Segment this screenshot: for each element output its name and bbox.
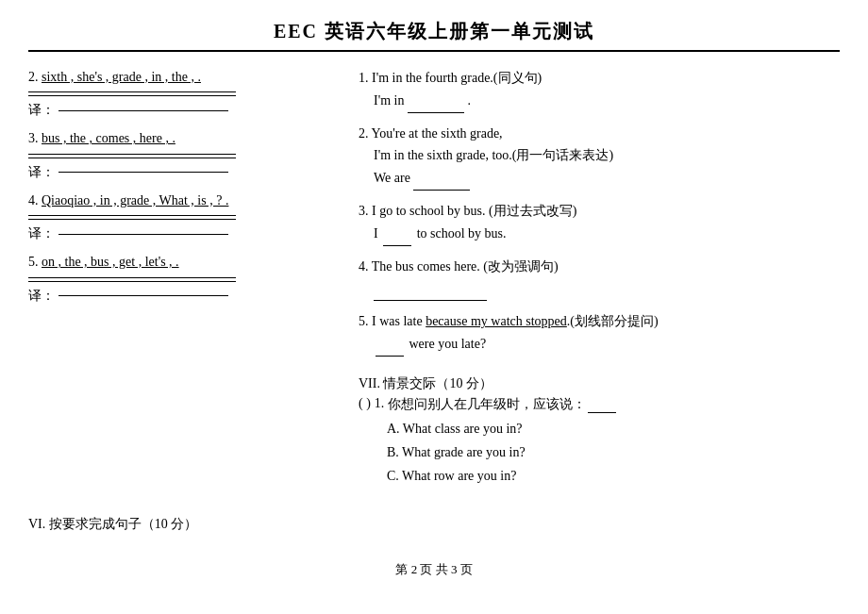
- right-item-sub: [359, 277, 840, 301]
- right-list-item: 2. You're at the sixth grade, I'm in the…: [359, 123, 840, 191]
- translate-row-1: 译：: [28, 102, 330, 119]
- blank-field: [413, 167, 470, 191]
- translate-label: 译：: [28, 164, 55, 181]
- list-item: 4. Qiaoqiao , in , grade , What , is , ?…: [28, 191, 330, 211]
- item-suffix: .(划线部分提问): [567, 314, 659, 328]
- answer-line-2b: [28, 158, 236, 158]
- translate-label: 译：: [28, 225, 55, 242]
- answer-line-3a: [28, 215, 236, 216]
- item-number: 2.: [359, 126, 371, 141]
- option-c: C. What row are you in?: [359, 464, 840, 488]
- blank-field: [376, 333, 404, 357]
- answer-line-2a: [28, 154, 236, 155]
- vii-title: VII. 情景交际（10 分）: [359, 375, 840, 392]
- item-text: I was late: [372, 314, 426, 328]
- answer-line-3b: [28, 219, 236, 220]
- right-item-sub1: I'm in the sixth grade, too.(用一句话来表达): [359, 144, 840, 167]
- translate-row-3: 译：: [28, 225, 330, 242]
- translate-line: [58, 172, 228, 173]
- item-number: 5.: [28, 255, 39, 269]
- left-column: 2. sixth , she's , grade , in , the , . …: [28, 67, 330, 488]
- list-item: 3. bus , the , comes , here , .: [28, 128, 330, 149]
- blank-field: [588, 397, 616, 413]
- footer-text: 第 2 页 共 3 页: [395, 562, 472, 576]
- right-item-sub: were you late?: [359, 333, 840, 357]
- item-text: The bus comes here. (改为强调句): [372, 259, 559, 274]
- item-number: 1.: [375, 396, 385, 411]
- item-text: I go to school by bus. (用过去式改写): [372, 204, 576, 218]
- title-divider: [28, 50, 840, 52]
- list-item: 5. on , the , bus , get , let's , .: [28, 252, 330, 273]
- main-content: 2. sixth , she's , grade , in , the , . …: [28, 67, 840, 488]
- list-item: 2. sixth , she's , grade , in , the , .: [28, 67, 330, 88]
- item-number: 1.: [359, 71, 372, 85]
- vii-section: VII. 情景交际（10 分） ( ) 1. 你想问别人在几年级时，应该说： A…: [359, 375, 840, 489]
- right-item-sub: I'm in .: [359, 90, 840, 113]
- answer-line-4b: [28, 281, 236, 282]
- item-text: You're at the sixth grade,: [371, 126, 502, 141]
- vii-item: ( ) 1. 你想问别人在几年级时，应该说：: [359, 396, 840, 413]
- answer-line-4a: [28, 277, 236, 278]
- right-column: 1. I'm in the fourth grade.(同义句) I'm in …: [359, 67, 840, 488]
- right-item-main: 2. You're at the sixth grade,: [359, 123, 840, 145]
- item-text: sixth , she's , grade , in , the , .: [42, 70, 201, 84]
- blank-field: [408, 90, 464, 113]
- page-footer: 第 2 页 共 3 页: [28, 561, 840, 578]
- translate-line: [58, 110, 228, 111]
- blank-field: [374, 277, 487, 301]
- vi-section-title: VI. 按要求完成句子（10 分）: [28, 516, 840, 533]
- item-number: 3.: [28, 131, 39, 145]
- paren: ( ): [359, 396, 371, 411]
- page-title: EEC 英语六年级上册第一单元测试: [28, 19, 840, 44]
- page-container: EEC 英语六年级上册第一单元测试 2. sixth , she's , gra…: [19, 0, 849, 597]
- translate-line: [58, 295, 228, 296]
- right-list-item: 1. I'm in the fourth grade.(同义句) I'm in …: [359, 67, 840, 113]
- right-item-main: 5. I was late because my watch stopped.(…: [359, 310, 840, 333]
- right-item-main: 1. I'm in the fourth grade.(同义句): [359, 67, 840, 90]
- item-text: bus , the , comes , here , .: [42, 131, 175, 145]
- translate-row-4: 译：: [28, 288, 330, 305]
- right-item-sub2: We are: [359, 167, 840, 191]
- item-text: 你想问别人在几年级时，应该说：: [384, 396, 618, 413]
- item-text: I'm in the fourth grade.(同义句): [372, 71, 542, 85]
- item-number: 3.: [359, 204, 372, 218]
- right-list-item: 3. I go to school by bus. (用过去式改写) I to …: [359, 200, 840, 246]
- right-item-sub: I to school by bus.: [359, 223, 840, 246]
- option-b: B. What grade are you in?: [359, 440, 840, 464]
- right-list-item: 5. I was late because my watch stopped.(…: [359, 310, 840, 357]
- item-number: 4.: [359, 259, 372, 274]
- item-text: Qiaoqiao , in , grade , What , is , ? .: [42, 193, 228, 207]
- right-list-item: 4. The bus comes here. (改为强调句): [359, 256, 840, 302]
- translate-label: 译：: [28, 288, 55, 305]
- item-number: 4.: [28, 193, 39, 207]
- translate-line: [58, 234, 228, 235]
- item-number: 2.: [28, 70, 39, 84]
- right-item-main: 3. I go to school by bus. (用过去式改写): [359, 200, 840, 223]
- answer-line-1b: [28, 95, 236, 96]
- item-number: 5.: [359, 314, 372, 328]
- translate-row-2: 译：: [28, 164, 330, 181]
- translate-label: 译：: [28, 102, 55, 119]
- option-a: A. What class are you in?: [359, 417, 840, 440]
- underlined-phrase: because my watch stopped: [426, 314, 567, 328]
- blank-field: [383, 223, 411, 246]
- right-item-main: 4. The bus comes here. (改为强调句): [359, 256, 840, 278]
- answer-line-1a: [28, 91, 236, 92]
- item-text: on , the , bus , get , let's , .: [42, 255, 179, 269]
